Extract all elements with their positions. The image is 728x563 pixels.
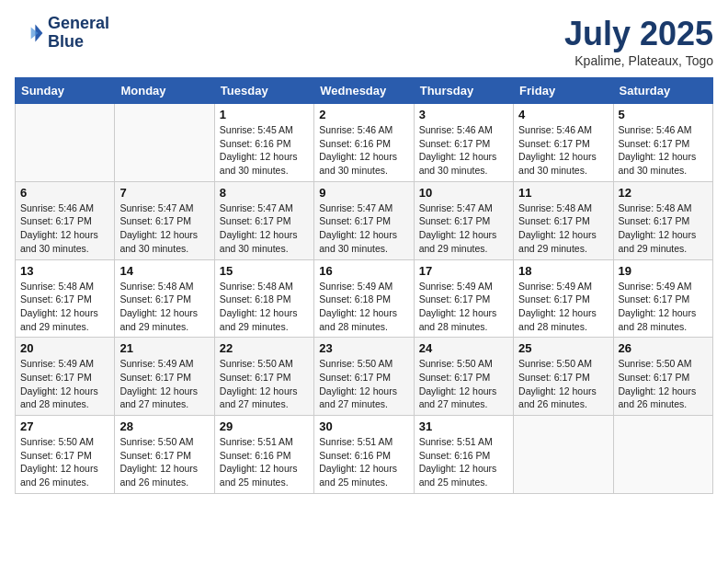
day-number: 28 [119, 419, 209, 433]
day-number: 3 [419, 108, 508, 121]
day-number: 9 [319, 186, 408, 200]
day-info: Sunrise: 5:47 AM Sunset: 6:17 PM Dayligh… [419, 201, 508, 256]
calendar-cell [613, 416, 712, 494]
day-number: 20 [20, 341, 109, 355]
calendar-cell: 24Sunrise: 5:50 AM Sunset: 6:17 PM Dayli… [414, 338, 513, 416]
logo-icon [15, 18, 44, 48]
calendar-cell: 4Sunrise: 5:46 AM Sunset: 6:17 PM Daylig… [514, 104, 613, 182]
day-info: Sunrise: 5:50 AM Sunset: 6:17 PM Dayligh… [119, 435, 209, 489]
day-number: 6 [20, 186, 109, 200]
calendar-cell: 7Sunrise: 5:47 AM Sunset: 6:17 PM Daylig… [115, 181, 214, 259]
calendar-week-1: 1Sunrise: 5:45 AM Sunset: 6:16 PM Daylig… [16, 104, 713, 182]
day-info: Sunrise: 5:47 AM Sunset: 6:17 PM Dayligh… [119, 201, 209, 256]
day-info: Sunrise: 5:49 AM Sunset: 6:18 PM Dayligh… [319, 280, 408, 334]
day-info: Sunrise: 5:45 AM Sunset: 6:16 PM Dayligh… [220, 123, 309, 178]
day-info: Sunrise: 5:49 AM Sunset: 6:17 PM Dayligh… [619, 280, 708, 334]
day-info: Sunrise: 5:46 AM Sunset: 6:17 PM Dayligh… [619, 123, 708, 178]
day-info: Sunrise: 5:49 AM Sunset: 6:17 PM Dayligh… [20, 357, 109, 411]
page-header: General Blue July 2025 Kpalime, Plateaux… [15, 15, 713, 68]
calendar-cell: 2Sunrise: 5:46 AM Sunset: 6:16 PM Daylig… [314, 104, 414, 182]
calendar-week-5: 27Sunrise: 5:50 AM Sunset: 6:17 PM Dayli… [16, 416, 713, 494]
calendar-cell: 9Sunrise: 5:47 AM Sunset: 6:17 PM Daylig… [314, 181, 414, 259]
day-number: 16 [319, 264, 408, 278]
day-number: 26 [619, 341, 708, 355]
day-number: 13 [20, 264, 109, 278]
day-info: Sunrise: 5:49 AM Sunset: 6:17 PM Dayligh… [518, 280, 608, 334]
calendar-cell [115, 104, 214, 182]
calendar-cell: 15Sunrise: 5:48 AM Sunset: 6:18 PM Dayli… [214, 259, 313, 338]
calendar-cell: 14Sunrise: 5:48 AM Sunset: 6:17 PM Dayli… [115, 259, 214, 338]
calendar-cell: 22Sunrise: 5:50 AM Sunset: 6:17 PM Dayli… [214, 338, 313, 416]
day-header-friday: Friday [514, 78, 613, 104]
day-info: Sunrise: 5:51 AM Sunset: 6:16 PM Dayligh… [419, 435, 508, 489]
calendar-cell: 3Sunrise: 5:46 AM Sunset: 6:17 PM Daylig… [414, 104, 513, 182]
day-number: 1 [220, 108, 309, 121]
day-info: Sunrise: 5:50 AM Sunset: 6:17 PM Dayligh… [619, 357, 708, 411]
calendar-cell: 23Sunrise: 5:50 AM Sunset: 6:17 PM Dayli… [314, 338, 414, 416]
day-info: Sunrise: 5:50 AM Sunset: 6:17 PM Dayligh… [220, 357, 309, 411]
calendar-cell: 13Sunrise: 5:48 AM Sunset: 6:17 PM Dayli… [16, 259, 115, 338]
day-info: Sunrise: 5:46 AM Sunset: 6:17 PM Dayligh… [20, 201, 109, 256]
day-number: 22 [220, 341, 309, 355]
day-info: Sunrise: 5:46 AM Sunset: 6:17 PM Dayligh… [419, 123, 508, 178]
day-info: Sunrise: 5:48 AM Sunset: 6:17 PM Dayligh… [20, 280, 109, 334]
day-info: Sunrise: 5:49 AM Sunset: 6:17 PM Dayligh… [419, 280, 508, 334]
month-title: July 2025 [564, 15, 713, 53]
calendar-cell: 10Sunrise: 5:47 AM Sunset: 6:17 PM Dayli… [414, 181, 513, 259]
day-info: Sunrise: 5:48 AM Sunset: 6:17 PM Dayligh… [619, 201, 708, 256]
day-number: 25 [518, 341, 608, 355]
day-number: 21 [119, 341, 209, 355]
day-number: 27 [20, 419, 109, 433]
day-number: 17 [419, 264, 508, 278]
calendar-week-4: 20Sunrise: 5:49 AM Sunset: 6:17 PM Dayli… [16, 338, 713, 416]
calendar-cell: 5Sunrise: 5:46 AM Sunset: 6:17 PM Daylig… [613, 104, 712, 182]
calendar-cell: 6Sunrise: 5:46 AM Sunset: 6:17 PM Daylig… [16, 181, 115, 259]
calendar-cell: 18Sunrise: 5:49 AM Sunset: 6:17 PM Dayli… [514, 259, 613, 338]
day-info: Sunrise: 5:47 AM Sunset: 6:17 PM Dayligh… [220, 201, 309, 256]
day-number: 14 [119, 264, 209, 278]
day-info: Sunrise: 5:48 AM Sunset: 6:17 PM Dayligh… [518, 201, 608, 256]
calendar-cell: 1Sunrise: 5:45 AM Sunset: 6:16 PM Daylig… [214, 104, 313, 182]
calendar-cell [16, 104, 115, 182]
location: Kpalime, Plateaux, Togo [564, 53, 713, 68]
calendar-cell: 17Sunrise: 5:49 AM Sunset: 6:17 PM Dayli… [414, 259, 513, 338]
day-number: 31 [419, 419, 508, 433]
calendar-cell: 27Sunrise: 5:50 AM Sunset: 6:17 PM Dayli… [16, 416, 115, 494]
calendar-cell: 26Sunrise: 5:50 AM Sunset: 6:17 PM Dayli… [613, 338, 712, 416]
calendar-cell: 30Sunrise: 5:51 AM Sunset: 6:16 PM Dayli… [314, 416, 414, 494]
day-info: Sunrise: 5:49 AM Sunset: 6:17 PM Dayligh… [119, 357, 209, 411]
day-number: 4 [518, 108, 608, 121]
calendar-table: SundayMondayTuesdayWednesdayThursdayFrid… [15, 77, 713, 494]
day-info: Sunrise: 5:47 AM Sunset: 6:17 PM Dayligh… [319, 201, 408, 256]
calendar-cell: 28Sunrise: 5:50 AM Sunset: 6:17 PM Dayli… [115, 416, 214, 494]
day-number: 12 [619, 186, 708, 200]
calendar-cell: 16Sunrise: 5:49 AM Sunset: 6:18 PM Dayli… [314, 259, 414, 338]
calendar-week-3: 13Sunrise: 5:48 AM Sunset: 6:17 PM Dayli… [16, 259, 713, 338]
day-info: Sunrise: 5:50 AM Sunset: 6:17 PM Dayligh… [419, 357, 508, 411]
day-header-tuesday: Tuesday [214, 78, 313, 104]
day-number: 23 [319, 341, 408, 355]
calendar-cell: 8Sunrise: 5:47 AM Sunset: 6:17 PM Daylig… [214, 181, 313, 259]
calendar-header-row: SundayMondayTuesdayWednesdayThursdayFrid… [16, 78, 713, 104]
day-number: 15 [220, 264, 309, 278]
day-header-monday: Monday [115, 78, 214, 104]
calendar-week-2: 6Sunrise: 5:46 AM Sunset: 6:17 PM Daylig… [16, 181, 713, 259]
day-info: Sunrise: 5:50 AM Sunset: 6:17 PM Dayligh… [518, 357, 608, 411]
day-number: 19 [619, 264, 708, 278]
day-header-thursday: Thursday [414, 78, 513, 104]
day-number: 5 [619, 108, 708, 121]
day-info: Sunrise: 5:51 AM Sunset: 6:16 PM Dayligh… [319, 435, 408, 489]
calendar-cell: 29Sunrise: 5:51 AM Sunset: 6:16 PM Dayli… [214, 416, 313, 494]
day-header-saturday: Saturday [613, 78, 712, 104]
calendar-cell: 19Sunrise: 5:49 AM Sunset: 6:17 PM Dayli… [613, 259, 712, 338]
calendar-cell: 11Sunrise: 5:48 AM Sunset: 6:17 PM Dayli… [514, 181, 613, 259]
day-info: Sunrise: 5:46 AM Sunset: 6:16 PM Dayligh… [319, 123, 408, 178]
day-info: Sunrise: 5:51 AM Sunset: 6:16 PM Dayligh… [220, 435, 309, 489]
day-info: Sunrise: 5:48 AM Sunset: 6:18 PM Dayligh… [220, 280, 309, 334]
day-info: Sunrise: 5:46 AM Sunset: 6:17 PM Dayligh… [518, 123, 608, 178]
day-info: Sunrise: 5:50 AM Sunset: 6:17 PM Dayligh… [319, 357, 408, 411]
calendar-cell: 12Sunrise: 5:48 AM Sunset: 6:17 PM Dayli… [613, 181, 712, 259]
logo-text: General Blue [48, 15, 109, 52]
day-info: Sunrise: 5:48 AM Sunset: 6:17 PM Dayligh… [119, 280, 209, 334]
day-header-sunday: Sunday [16, 78, 115, 104]
